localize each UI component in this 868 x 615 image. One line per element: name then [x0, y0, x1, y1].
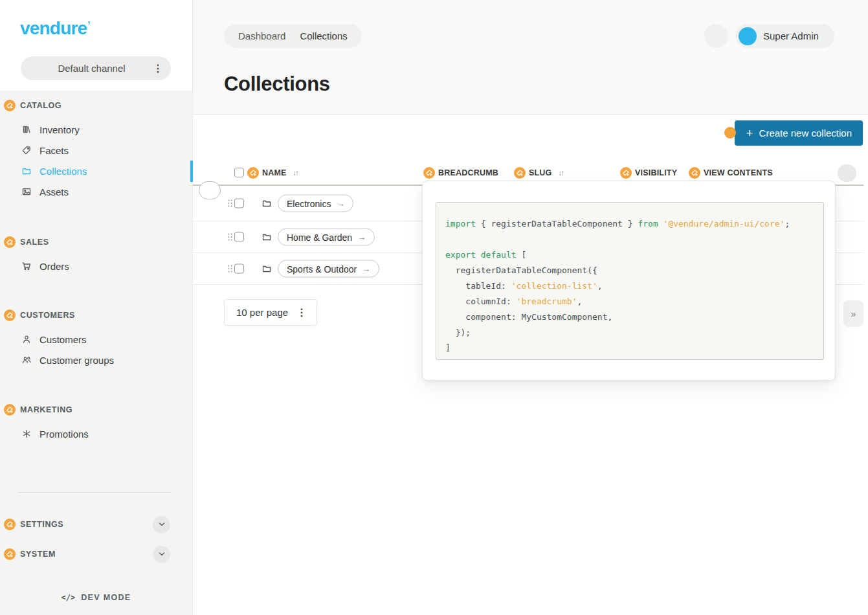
collection-chip[interactable]: Home & Garden→ — [278, 229, 375, 246]
row-checkbox[interactable] — [234, 199, 244, 208]
collapse-button[interactable] — [153, 516, 170, 533]
folder-icon — [262, 263, 272, 274]
code-line — [445, 232, 817, 247]
puzzle-icon[interactable] — [4, 100, 16, 111]
puzzle-icon[interactable] — [423, 167, 435, 179]
breadcrumb: Dashboard Collections — [224, 24, 362, 48]
sidebar-section-items: Orders — [0, 256, 192, 276]
sidebar-item-orders[interactable]: Orders — [0, 256, 192, 276]
sidebar-item-collections[interactable]: Collections — [0, 161, 192, 181]
puzzle-icon[interactable] — [4, 519, 16, 530]
puzzle-icon[interactable] — [4, 548, 16, 560]
kebab-icon[interactable]: ⋮ — [296, 308, 307, 318]
sort-icon[interactable]: ↓↑ — [559, 169, 564, 177]
main-header: Dashboard Collections Super Admin Collec… — [193, 0, 868, 115]
folder-icon — [262, 232, 272, 242]
breadcrumb-item-dashboard[interactable]: Dashboard — [238, 30, 285, 41]
folder-icon — [262, 198, 272, 208]
logo-text: vendure — [20, 18, 87, 38]
app-root: vendureʼ Default channel ⋮ CATALOGInvent… — [0, 0, 868, 615]
sidebar-section-header-system[interactable]: SYSTEM — [0, 546, 192, 563]
column-label: BREADCRUMB — [438, 168, 498, 177]
code-line: columnId: 'breadcrumb', — [445, 294, 817, 309]
column-label: NAME — [262, 168, 287, 177]
code-line: ] — [445, 341, 817, 356]
sidebar-section-header-settings[interactable]: SETTINGS — [0, 516, 192, 533]
users-icon — [21, 355, 32, 365]
sidebar-section-label: CUSTOMERS — [20, 311, 75, 320]
select-all-checkbox[interactable] — [234, 168, 244, 177]
sidebar-section-system: SYSTEM — [0, 546, 192, 563]
dev-mode-code-popup: import { registerDataTableComponent } fr… — [422, 181, 836, 381]
sidebar-item-label: Customers — [39, 334, 87, 345]
user-menu[interactable]: Super Admin — [735, 24, 834, 48]
folder-icon — [21, 166, 32, 176]
sidebar-item-assets[interactable]: Assets — [0, 181, 192, 202]
puzzle-icon[interactable] — [689, 167, 700, 179]
sidebar-section-marketing: MARKETINGPromotions — [0, 403, 192, 444]
collection-name: Electronics — [287, 198, 331, 208]
puzzle-icon[interactable] — [620, 167, 632, 179]
puzzle-icon[interactable] — [514, 167, 526, 179]
search-toggle[interactable] — [199, 181, 221, 199]
sidebar-section-settings: SETTINGS — [0, 516, 192, 533]
sidebar-section-items: InventoryFacetsCollectionsAssets — [0, 119, 192, 202]
sidebar-nav: CATALOGInventoryFacetsCollectionsAssetsS… — [0, 91, 192, 615]
sidebar-section-label: MARKETING — [20, 405, 72, 414]
collection-chip[interactable]: Sports & Outdoor→ — [278, 260, 379, 278]
sidebar-section-label: SYSTEM — [20, 550, 56, 559]
sidebar-item-promotions[interactable]: Promotions — [0, 423, 192, 444]
column-label: VIEW CONTENTS — [704, 168, 773, 177]
sort-icon[interactable]: ↓↑ — [293, 169, 298, 177]
sidebar-item-label: Promotions — [39, 429, 89, 440]
last-page-button[interactable]: » — [843, 300, 863, 327]
sidebar-item-label: Inventory — [39, 124, 80, 135]
create-button-label: Create new collection — [759, 128, 852, 139]
row-checkbox[interactable] — [234, 264, 244, 274]
puzzle-icon[interactable] — [4, 404, 16, 416]
logo-tick-mark: ʼ — [87, 19, 89, 30]
items-per-page-label: 10 per page — [236, 307, 288, 318]
sidebar-item-customers[interactable]: Customers — [0, 329, 192, 350]
sidebar-item-label: Collections — [39, 166, 87, 177]
sparkle-icon — [21, 429, 32, 439]
active-item-indicator — [190, 161, 193, 182]
drag-handle-icon[interactable] — [227, 232, 233, 242]
code-line: export default [ — [445, 247, 817, 263]
cart-icon — [21, 261, 32, 271]
column-header-name[interactable]: NAME↓↑ — [234, 161, 298, 184]
puzzle-icon[interactable] — [724, 127, 736, 139]
column-settings-button[interactable] — [838, 164, 856, 182]
sidebar-item-facets[interactable]: Facets — [0, 140, 192, 161]
items-per-page-selector[interactable]: 10 per page ⋮ — [224, 299, 317, 326]
row-checkbox[interactable] — [234, 232, 244, 242]
sidebar-item-inventory[interactable]: Inventory — [0, 119, 192, 140]
notifications-button[interactable] — [704, 24, 728, 48]
sidebar-section-header-catalog: CATALOG — [0, 99, 192, 112]
breadcrumb-item-collections[interactable]: Collections — [300, 30, 347, 41]
create-new-collection-button[interactable]: + Create new collection — [735, 120, 863, 146]
dev-mode-toggle[interactable]: </> DEV MODE — [0, 593, 192, 602]
kebab-icon[interactable]: ⋮ — [153, 63, 163, 74]
puzzle-icon[interactable] — [4, 309, 16, 321]
collapse-button[interactable] — [153, 546, 170, 563]
sidebar-item-label: Orders — [39, 261, 69, 272]
sidebar-section-header-marketing: MARKETING — [0, 403, 192, 416]
sidebar-item-label: Customer groups — [39, 355, 114, 366]
channel-selector[interactable]: Default channel ⋮ — [21, 56, 171, 80]
code-line: component: MyCustomComponent, — [445, 309, 817, 325]
drag-handle-icon[interactable] — [227, 264, 233, 274]
code-icon: </> — [61, 593, 76, 602]
drag-handle-icon[interactable] — [227, 199, 233, 208]
column-label: VISIBILITY — [635, 168, 677, 177]
sidebar-item-customer-groups[interactable]: Customer groups — [0, 350, 192, 370]
sidebar-section-items: CustomersCustomer groups — [0, 329, 192, 370]
vendure-logo[interactable]: vendureʼ — [20, 18, 90, 39]
code-line: import { registerDataTableComponent } fr… — [445, 216, 817, 232]
sidebar-item-label: Assets — [39, 186, 69, 197]
chevron-down-icon — [157, 550, 166, 559]
collection-chip[interactable]: Electronics→ — [278, 195, 353, 212]
code-line: registerDataTableComponent({ — [445, 263, 817, 278]
puzzle-icon[interactable] — [4, 236, 16, 248]
puzzle-icon[interactable] — [247, 167, 259, 179]
